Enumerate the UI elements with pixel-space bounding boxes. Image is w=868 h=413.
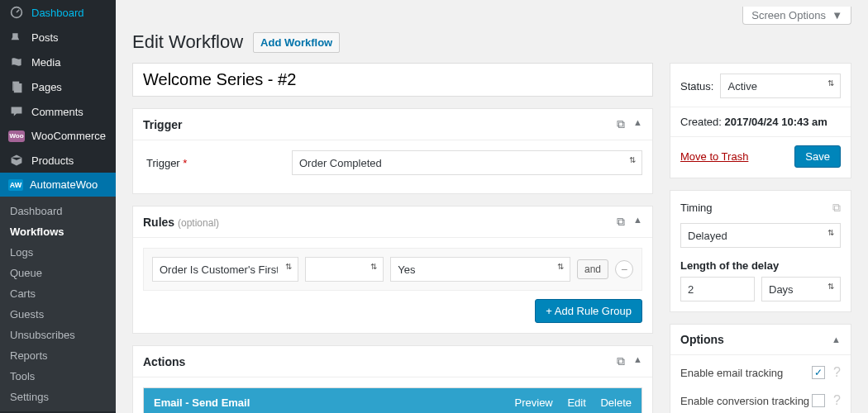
rules-optional: (optional): [178, 217, 219, 229]
submenu-guests[interactable]: Guests: [0, 304, 116, 325]
delay-value-input[interactable]: [680, 277, 755, 301]
menu-media[interactable]: Media: [0, 50, 116, 74]
email-tracking-label: Enable email tracking: [680, 367, 783, 379]
external-link-icon[interactable]: ⧉: [617, 215, 625, 229]
action-delete-link[interactable]: Delete: [600, 396, 632, 409]
menu-pages[interactable]: Pages: [0, 74, 116, 99]
comment-icon: [8, 105, 25, 118]
save-button[interactable]: Save: [794, 145, 841, 168]
and-button[interactable]: and: [577, 259, 608, 279]
collapse-toggle-icon[interactable]: ▲: [832, 335, 841, 344]
status-label: Status:: [680, 80, 713, 93]
submenu-carts[interactable]: Carts: [0, 283, 116, 304]
menu-label: Media: [31, 56, 60, 69]
media-icon: [8, 55, 25, 69]
move-to-trash-link[interactable]: Move to Trash: [680, 150, 748, 163]
collapse-toggle-icon[interactable]: ▲: [633, 354, 642, 368]
svg-rect-3: [14, 83, 22, 93]
menu-label: Posts: [31, 31, 59, 44]
submenu-logs[interactable]: Logs: [0, 242, 116, 263]
options-heading: Options: [680, 333, 832, 346]
status-box: Status: Active Created: 2017/04/24 10:43…: [670, 63, 851, 178]
external-link-icon[interactable]: ⧉: [617, 117, 625, 131]
pin-icon: [8, 31, 25, 44]
action-block-name: Email - Send Email: [154, 396, 503, 409]
delay-label: Length of the delay: [680, 259, 841, 272]
timing-select[interactable]: Delayed: [680, 223, 841, 248]
submenu-tools[interactable]: Tools: [0, 366, 116, 387]
menu-dashboard[interactable]: Dashboard: [0, 0, 116, 25]
collapse-toggle-icon[interactable]: ▲: [633, 215, 642, 229]
trigger-heading: Trigger: [143, 118, 617, 131]
delay-unit-select[interactable]: Days: [761, 277, 841, 301]
status-select[interactable]: Active: [720, 74, 841, 98]
submenu-unsubscribes[interactable]: Unsubscribes: [0, 325, 116, 345]
submenu-reports[interactable]: Reports: [0, 345, 116, 366]
admin-sidebar: Dashboard Posts Media Pages Comments Woo…: [0, 0, 116, 413]
menu-woocommerce[interactable]: WooWooCommerce: [0, 124, 116, 148]
menu-products[interactable]: Products: [0, 148, 116, 173]
required-mark: *: [183, 157, 187, 169]
menu-label: WooCommerce: [31, 130, 106, 142]
menu-label: AutomateWoo: [30, 178, 98, 191]
timing-heading: Timing: [680, 202, 713, 214]
aw-icon: AW: [8, 179, 23, 191]
rules-box: Rules (optional) ⧉ ▲ Order Is Customer's…: [132, 206, 653, 334]
rule-name-select[interactable]: Order Is Customer's First: [152, 257, 298, 282]
action-edit-link[interactable]: Edit: [567, 396, 585, 409]
screen-options-label: Screen Options: [751, 9, 826, 21]
external-link-icon[interactable]: ⧉: [617, 354, 625, 368]
submenu: Dashboard Workflows Logs Queue Carts Gue…: [0, 197, 116, 411]
submenu-queue[interactable]: Queue: [0, 263, 116, 283]
submenu-settings[interactable]: Settings: [0, 387, 116, 407]
actions-heading: Actions: [143, 355, 617, 368]
submenu-workflows[interactable]: Workflows: [0, 221, 116, 242]
menu-label: Products: [31, 154, 74, 167]
trigger-box: Trigger ⧉ ▲ Trigger * Order Completed: [132, 108, 653, 194]
rules-heading: Rules: [143, 216, 174, 229]
submenu-dashboard[interactable]: Dashboard: [0, 201, 116, 221]
options-box: Options ▲ Enable email tracking ? En: [670, 324, 851, 413]
products-icon: [8, 154, 25, 167]
help-icon[interactable]: ?: [833, 393, 841, 408]
page-title: Edit Workflow: [132, 31, 243, 53]
rule-operator-select[interactable]: [305, 257, 384, 282]
external-link-icon[interactable]: ⧉: [832, 201, 841, 215]
timing-box: Timing ⧉ Delayed Length of the delay Day…: [670, 190, 851, 312]
help-icon[interactable]: ?: [833, 365, 841, 380]
page-icon: [8, 80, 25, 93]
remove-rule-button[interactable]: −: [615, 260, 633, 278]
dashboard-icon: [8, 6, 25, 19]
conversion-tracking-checkbox[interactable]: [812, 394, 825, 407]
email-tracking-checkbox[interactable]: [812, 366, 825, 379]
action-preview-link[interactable]: Preview: [515, 396, 553, 409]
conversion-tracking-label: Enable conversion tracking: [680, 395, 809, 407]
trigger-label: Trigger: [146, 157, 180, 169]
woo-icon: Woo: [8, 131, 25, 142]
created-label: Created:: [680, 116, 722, 128]
main-content: Screen Options ▼ Edit Workflow Add Workf…: [116, 0, 868, 413]
trigger-select[interactable]: Order Completed: [292, 150, 642, 175]
menu-comments[interactable]: Comments: [0, 99, 116, 124]
actions-box: Actions ⧉ ▲ Email - Send Email Preview: [132, 345, 653, 413]
rule-value-select[interactable]: Yes: [390, 257, 570, 282]
menu-label: Pages: [31, 81, 62, 93]
action-block: Email - Send Email Preview Edit Delete A…: [143, 387, 642, 413]
menu-label: Dashboard: [31, 7, 84, 19]
menu-posts[interactable]: Posts: [0, 25, 116, 50]
add-rule-group-button[interactable]: + Add Rule Group: [535, 299, 642, 323]
menu-automatewoo[interactable]: AWAutomateWoo: [0, 173, 116, 197]
workflow-title-input[interactable]: [132, 63, 653, 97]
collapse-toggle-icon[interactable]: ▲: [633, 117, 642, 131]
created-value: 2017/04/24 10:43 am: [725, 116, 827, 128]
add-workflow-button[interactable]: Add Workflow: [253, 32, 340, 53]
menu-label: Comments: [31, 106, 83, 118]
screen-options-button[interactable]: Screen Options ▼: [742, 7, 851, 25]
